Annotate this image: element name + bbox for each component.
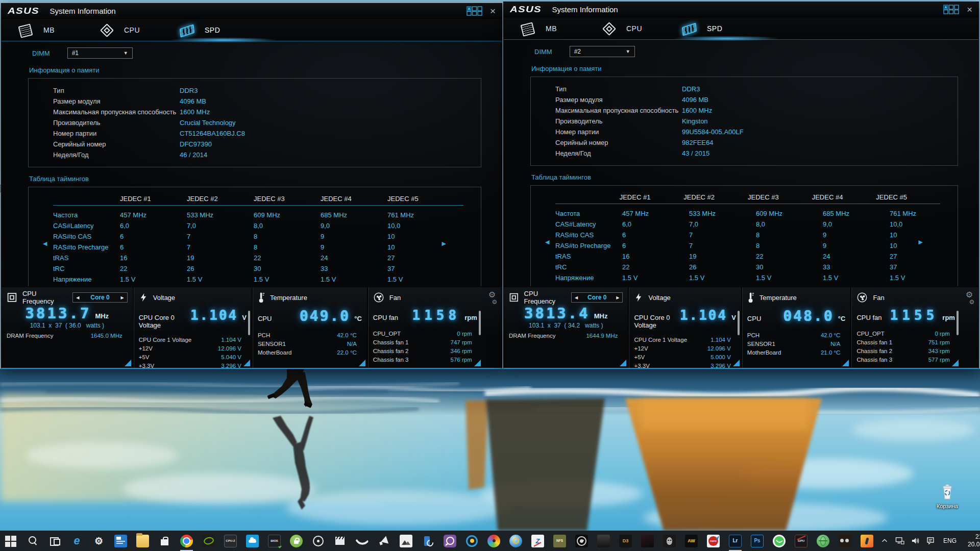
recycle-bin[interactable]: Корзина	[928, 484, 967, 509]
photoshop-icon[interactable]: Ps	[746, 531, 768, 551]
tab-spd[interactable]: SPD	[171, 19, 252, 41]
cpuz-icon[interactable]: CPU-Z	[219, 531, 241, 551]
edge-icon[interactable]: e	[66, 531, 88, 551]
globe-app-icon[interactable]	[812, 531, 834, 551]
tab-mb[interactable]: MB	[10, 19, 90, 41]
mk-game-icon[interactable]	[571, 531, 593, 551]
resize-corner[interactable]	[243, 360, 250, 366]
resize-corner[interactable]	[474, 360, 481, 366]
bios-flash-icon[interactable]: BIOS	[263, 531, 285, 551]
mask-game-icon[interactable]	[658, 531, 680, 551]
monitor-row-value: N/A	[347, 341, 357, 347]
titlebar[interactable]: ASUS System Information ×	[504, 2, 978, 17]
gear-icon[interactable]: ⚙	[488, 291, 496, 298]
table-prev-icon[interactable]: ◀	[545, 239, 549, 245]
fan-rows: CPU_OPT 0 rpm Chassis fan 1 747 rpm Chas…	[373, 329, 477, 364]
recorder-icon[interactable]	[307, 531, 329, 551]
resize-corner[interactable]	[125, 360, 131, 366]
panel-grid-icon[interactable]	[943, 5, 960, 14]
cloud-app-icon[interactable]	[241, 531, 263, 551]
store-icon[interactable]	[154, 531, 176, 551]
chrome-icon[interactable]	[176, 531, 198, 551]
start-button[interactable]	[0, 531, 22, 551]
table-next-icon[interactable]: ▶	[919, 239, 923, 245]
selector-next-icon[interactable]: ▶	[121, 295, 124, 300]
core-selector[interactable]: ◀ Core 0 ▶	[571, 292, 623, 303]
tab-cpu[interactable]: CPU	[90, 19, 171, 41]
nero-icon[interactable]: nero	[702, 531, 724, 551]
cpu-frequency-rows: DRAM Frequency 1645.0 MHz	[7, 331, 128, 340]
table-next-icon[interactable]: ▶	[442, 240, 446, 247]
photos-icon[interactable]	[395, 531, 417, 551]
core-selector[interactable]: ◀ Core 0 ▶	[72, 292, 127, 303]
voltage-scrollbar[interactable]	[248, 311, 250, 335]
witcher-game-icon[interactable]	[636, 531, 658, 551]
secure-app-icon[interactable]	[285, 531, 307, 551]
viber-icon[interactable]	[439, 531, 461, 551]
resize-corner[interactable]	[359, 360, 365, 366]
fifa-icon[interactable]	[856, 531, 878, 551]
file-explorer-icon[interactable]	[132, 531, 154, 551]
settings-icon[interactable]: ⚙	[88, 531, 110, 551]
phone-icon[interactable]	[351, 531, 373, 551]
field-label: Максимальная пропускная способность	[53, 108, 180, 116]
photo-editor-icon[interactable]	[483, 531, 505, 551]
monitor-row: +3.3V 3.296 V	[139, 361, 247, 370]
close-icon[interactable]: ×	[490, 6, 496, 16]
timings-cell: 6,0	[622, 220, 689, 228]
cpu-frequency-rows: DRAM Frequency 1644.9 MHz	[509, 331, 623, 340]
monitor-settings[interactable]: ⚙ ⚙	[482, 287, 502, 368]
clock[interactable]: 21:59 20.05.2016	[963, 533, 980, 548]
notification-icon[interactable]	[924, 531, 937, 551]
volume-icon[interactable]	[909, 531, 922, 551]
binoculars-app-icon[interactable]	[834, 531, 856, 551]
dimm-select[interactable]: #1 ▼	[67, 47, 133, 59]
diablo3-icon[interactable]: D3	[615, 531, 636, 551]
tray-expand-icon[interactable]	[878, 531, 891, 551]
whatsapp-icon[interactable]	[768, 531, 790, 551]
task-view-icon[interactable]	[44, 531, 66, 551]
tab-spd[interactable]: SPD	[673, 17, 754, 39]
aw-game-icon[interactable]: AW	[680, 531, 702, 551]
monitor-row-label: CPU Core 1 Voltage	[634, 337, 687, 343]
panel-grid-icon[interactable]	[467, 6, 483, 16]
dimm-select[interactable]: #2 ▼	[570, 46, 635, 57]
dark-game-icon[interactable]	[593, 531, 615, 551]
monitor-row-label: CPU_OPT	[856, 331, 884, 337]
sync-app-icon[interactable]	[461, 531, 483, 551]
monitor-settings[interactable]: ⚙ ⚙	[960, 287, 978, 368]
tab-cpu[interactable]: CPU	[593, 17, 673, 39]
selector-prev-icon[interactable]: ◀	[575, 295, 578, 300]
table-prev-icon[interactable]: ◀	[43, 240, 47, 247]
zona-icon[interactable]: Z	[527, 531, 549, 551]
tab-mb[interactable]: MB	[512, 17, 593, 39]
nvidia-icon[interactable]	[198, 531, 219, 551]
monitor-row-label: DRAM Frequency	[7, 333, 53, 339]
resize-corner[interactable]	[842, 360, 849, 366]
movie-app-icon[interactable]	[329, 531, 351, 551]
voltage-scrollbar[interactable]	[738, 311, 740, 335]
search-icon[interactable]	[22, 531, 44, 551]
system-panel-icon[interactable]	[110, 531, 132, 551]
network-icon[interactable]	[893, 531, 906, 551]
titlebar[interactable]: ASUS System Information ×	[2, 4, 502, 19]
selector-prev-icon[interactable]: ◀	[76, 295, 79, 300]
resize-corner[interactable]	[620, 360, 626, 366]
gear-icon[interactable]: ⚙	[966, 291, 973, 298]
phone-companion-icon[interactable]	[417, 531, 439, 551]
timings-cell: 10	[890, 231, 957, 239]
resize-corner[interactable]	[733, 360, 740, 366]
selector-next-icon[interactable]: ▶	[616, 295, 619, 300]
gpu-tweak-icon[interactable]: GPU	[790, 531, 812, 551]
lightroom-icon[interactable]: Lr	[724, 531, 746, 551]
resize-corner[interactable]	[952, 360, 959, 366]
compass-app-icon[interactable]	[505, 531, 527, 551]
timings-table: JEDEC #1JEDEC #2JEDEC #3JEDEC #4JEDEC #5…	[530, 185, 958, 286]
nfs-game-icon[interactable]: NFS	[549, 531, 571, 551]
announcer-icon[interactable]	[373, 531, 395, 551]
language-indicator[interactable]: ENG	[939, 537, 961, 544]
field-label: Размер модуля	[53, 97, 180, 105]
fan-scrollbar[interactable]	[479, 311, 481, 335]
fan-scrollbar[interactable]	[957, 311, 959, 335]
close-icon[interactable]: ×	[967, 5, 972, 14]
